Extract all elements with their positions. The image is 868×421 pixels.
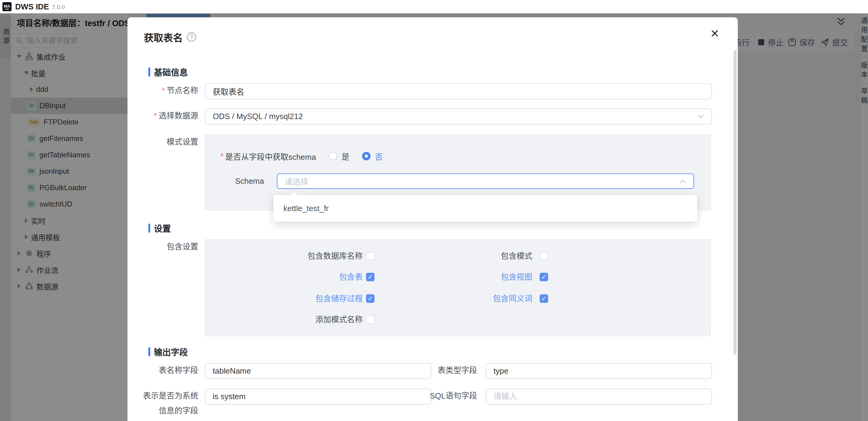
checkbox-包含表[interactable]: ✓	[366, 273, 374, 281]
node-name-label: *节点名称	[127, 83, 198, 98]
section-basic-info: 基础信息	[148, 67, 188, 77]
is-system-field-label-line1: 表示是否为系统	[127, 389, 198, 403]
app-version: 7.0.0	[52, 3, 65, 11]
checkbox-包含视图[interactable]: ✓	[539, 273, 548, 281]
dropdown-option-kettle_test_fr[interactable]: kettle_test_fr	[274, 195, 697, 222]
radio-icon[interactable]	[362, 152, 371, 160]
sql-field-input[interactable]	[486, 389, 712, 404]
checkbox-包含同义词[interactable]: ✓	[539, 294, 548, 303]
app-logo-icon: MA	[2, 2, 11, 11]
chevron-down-icon	[697, 113, 705, 120]
schema-dropdown: kettle_test_fr	[274, 195, 697, 222]
screen: MA DWS IDE 7.0.0 资源 项目名称/数据层：testfr / OD…	[0, 0, 868, 421]
section-output-fields: 输出字段	[148, 347, 188, 356]
modal-scrollbar[interactable]	[734, 50, 737, 355]
close-icon[interactable]: ✕	[710, 28, 719, 39]
table-type-field-input[interactable]	[486, 363, 712, 379]
checkbox-label-包含同义词[interactable]: 包含同义词	[399, 291, 532, 306]
checkbox-包含数据库名称[interactable]	[366, 252, 374, 260]
checkbox-包含储存过程[interactable]: ✓	[366, 294, 374, 303]
radio-label: 是	[341, 151, 349, 162]
datasource-label: *选择数据源	[127, 108, 198, 123]
sql-field-label: SQL语句字段	[406, 389, 477, 403]
radio-option-是[interactable]: 是	[329, 151, 349, 162]
checkbox-添加模式名称[interactable]	[366, 315, 374, 324]
node-name-input[interactable]	[205, 83, 712, 99]
schema-label: Schema	[197, 173, 264, 189]
app-bar: MA DWS IDE 7.0.0	[0, 0, 868, 14]
schema-from-field-group: * 是否从字段中获取schema 是否	[220, 149, 383, 163]
checkbox-label-添加模式名称[interactable]: 添加模式名称	[229, 312, 363, 327]
schema-select[interactable]: 请选择	[277, 173, 694, 189]
table-name-field-input[interactable]	[205, 363, 431, 379]
dialog-title-row: 获取表名 ?	[144, 30, 196, 44]
chevron-up-icon	[679, 178, 687, 185]
section-settings: 设置	[148, 224, 171, 233]
get-table-names-dialog: 获取表名 ? ✕ 基础信息 *节点名称 *选择数据源 ODS / MySQL /…	[127, 17, 738, 421]
dialog-title: 获取表名	[144, 30, 183, 44]
include-settings-label: 包含设置	[127, 240, 198, 254]
help-icon[interactable]: ?	[187, 32, 196, 41]
app-title: DWS IDE	[15, 2, 49, 11]
datasource-select[interactable]: ODS / MySQL / mysql212	[205, 108, 712, 124]
radio-icon[interactable]	[329, 152, 337, 160]
radio-option-否[interactable]: 否	[362, 151, 383, 162]
table-type-field-label: 表类型字段	[406, 363, 477, 378]
table-name-field-label: 表名称字段	[127, 363, 198, 378]
checkbox-label-包含数据库名称[interactable]: 包含数据库名称	[229, 249, 363, 263]
radio-label: 否	[375, 151, 383, 162]
checkbox-label-包含视图[interactable]: 包含视图	[399, 270, 532, 284]
is-system-field-input[interactable]	[205, 389, 431, 404]
mode-settings-label: 模式设置	[127, 135, 198, 149]
checkbox-label-包含表[interactable]: 包含表	[229, 270, 363, 284]
checkbox-label-包含储存过程[interactable]: 包含储存过程	[229, 291, 363, 306]
checkbox-label-包含模式[interactable]: 包含模式	[399, 249, 532, 263]
is-system-field-label-line2: 信息的字段	[127, 403, 198, 418]
schema-from-field-label: 是否从字段中获取schema	[225, 151, 316, 162]
checkbox-包含模式[interactable]	[539, 252, 548, 260]
